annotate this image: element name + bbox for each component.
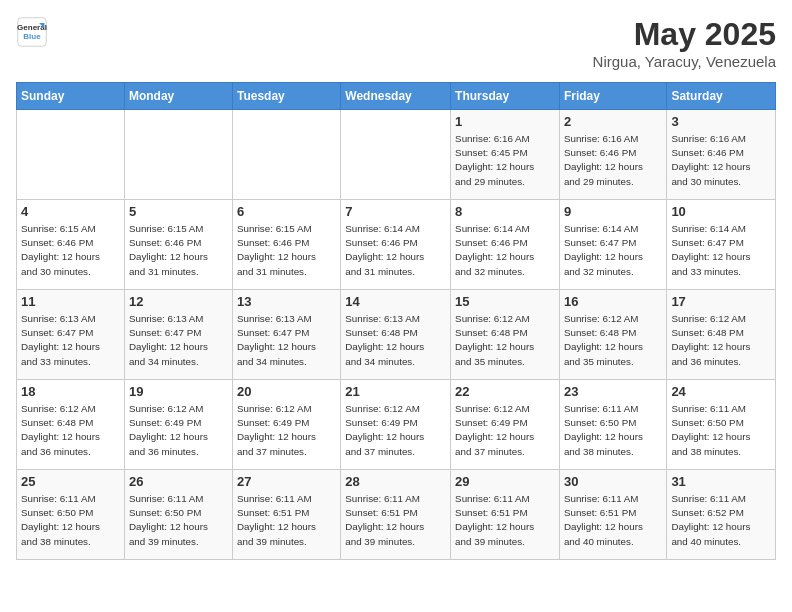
calendar-cell bbox=[232, 110, 340, 200]
day-info: Sunrise: 6:11 AM Sunset: 6:51 PM Dayligh… bbox=[345, 492, 446, 549]
weekday-header-sunday: Sunday bbox=[17, 83, 125, 110]
title-block: May 2025 Nirgua, Yaracuy, Venezuela bbox=[593, 16, 776, 70]
day-info: Sunrise: 6:15 AM Sunset: 6:46 PM Dayligh… bbox=[129, 222, 228, 279]
day-info: Sunrise: 6:13 AM Sunset: 6:48 PM Dayligh… bbox=[345, 312, 446, 369]
day-info: Sunrise: 6:14 AM Sunset: 6:46 PM Dayligh… bbox=[345, 222, 446, 279]
week-row-2: 4Sunrise: 6:15 AM Sunset: 6:46 PM Daylig… bbox=[17, 200, 776, 290]
calendar-cell: 17Sunrise: 6:12 AM Sunset: 6:48 PM Dayli… bbox=[667, 290, 776, 380]
calendar-table: SundayMondayTuesdayWednesdayThursdayFrid… bbox=[16, 82, 776, 560]
day-number: 23 bbox=[564, 384, 662, 399]
day-info: Sunrise: 6:11 AM Sunset: 6:50 PM Dayligh… bbox=[671, 402, 771, 459]
calendar-cell: 28Sunrise: 6:11 AM Sunset: 6:51 PM Dayli… bbox=[341, 470, 451, 560]
day-info: Sunrise: 6:12 AM Sunset: 6:48 PM Dayligh… bbox=[455, 312, 555, 369]
day-info: Sunrise: 6:12 AM Sunset: 6:49 PM Dayligh… bbox=[455, 402, 555, 459]
calendar-cell: 9Sunrise: 6:14 AM Sunset: 6:47 PM Daylig… bbox=[559, 200, 666, 290]
day-info: Sunrise: 6:14 AM Sunset: 6:47 PM Dayligh… bbox=[671, 222, 771, 279]
calendar-cell: 11Sunrise: 6:13 AM Sunset: 6:47 PM Dayli… bbox=[17, 290, 125, 380]
day-number: 30 bbox=[564, 474, 662, 489]
day-info: Sunrise: 6:12 AM Sunset: 6:48 PM Dayligh… bbox=[564, 312, 662, 369]
calendar-cell: 2Sunrise: 6:16 AM Sunset: 6:46 PM Daylig… bbox=[559, 110, 666, 200]
week-row-1: 1Sunrise: 6:16 AM Sunset: 6:45 PM Daylig… bbox=[17, 110, 776, 200]
calendar-cell: 4Sunrise: 6:15 AM Sunset: 6:46 PM Daylig… bbox=[17, 200, 125, 290]
day-info: Sunrise: 6:16 AM Sunset: 6:45 PM Dayligh… bbox=[455, 132, 555, 189]
logo-icon: General Blue bbox=[16, 16, 48, 48]
day-info: Sunrise: 6:11 AM Sunset: 6:51 PM Dayligh… bbox=[237, 492, 336, 549]
day-info: Sunrise: 6:15 AM Sunset: 6:46 PM Dayligh… bbox=[21, 222, 120, 279]
calendar-cell bbox=[124, 110, 232, 200]
day-number: 7 bbox=[345, 204, 446, 219]
day-number: 25 bbox=[21, 474, 120, 489]
calendar-cell: 20Sunrise: 6:12 AM Sunset: 6:49 PM Dayli… bbox=[232, 380, 340, 470]
calendar-cell: 7Sunrise: 6:14 AM Sunset: 6:46 PM Daylig… bbox=[341, 200, 451, 290]
day-number: 22 bbox=[455, 384, 555, 399]
calendar-cell: 15Sunrise: 6:12 AM Sunset: 6:48 PM Dayli… bbox=[451, 290, 560, 380]
calendar-cell: 14Sunrise: 6:13 AM Sunset: 6:48 PM Dayli… bbox=[341, 290, 451, 380]
weekday-header-tuesday: Tuesday bbox=[232, 83, 340, 110]
day-number: 18 bbox=[21, 384, 120, 399]
calendar-cell: 31Sunrise: 6:11 AM Sunset: 6:52 PM Dayli… bbox=[667, 470, 776, 560]
weekday-header-wednesday: Wednesday bbox=[341, 83, 451, 110]
day-number: 24 bbox=[671, 384, 771, 399]
calendar-cell: 10Sunrise: 6:14 AM Sunset: 6:47 PM Dayli… bbox=[667, 200, 776, 290]
calendar-cell: 12Sunrise: 6:13 AM Sunset: 6:47 PM Dayli… bbox=[124, 290, 232, 380]
day-info: Sunrise: 6:11 AM Sunset: 6:50 PM Dayligh… bbox=[129, 492, 228, 549]
day-info: Sunrise: 6:15 AM Sunset: 6:46 PM Dayligh… bbox=[237, 222, 336, 279]
calendar-cell: 25Sunrise: 6:11 AM Sunset: 6:50 PM Dayli… bbox=[17, 470, 125, 560]
day-info: Sunrise: 6:11 AM Sunset: 6:51 PM Dayligh… bbox=[564, 492, 662, 549]
day-info: Sunrise: 6:12 AM Sunset: 6:48 PM Dayligh… bbox=[671, 312, 771, 369]
day-number: 27 bbox=[237, 474, 336, 489]
day-number: 10 bbox=[671, 204, 771, 219]
day-number: 20 bbox=[237, 384, 336, 399]
day-number: 5 bbox=[129, 204, 228, 219]
day-number: 17 bbox=[671, 294, 771, 309]
weekday-header-thursday: Thursday bbox=[451, 83, 560, 110]
day-info: Sunrise: 6:14 AM Sunset: 6:46 PM Dayligh… bbox=[455, 222, 555, 279]
day-number: 2 bbox=[564, 114, 662, 129]
weekday-header-monday: Monday bbox=[124, 83, 232, 110]
day-number: 26 bbox=[129, 474, 228, 489]
day-number: 8 bbox=[455, 204, 555, 219]
calendar-cell: 8Sunrise: 6:14 AM Sunset: 6:46 PM Daylig… bbox=[451, 200, 560, 290]
week-row-5: 25Sunrise: 6:11 AM Sunset: 6:50 PM Dayli… bbox=[17, 470, 776, 560]
month-title: May 2025 bbox=[593, 16, 776, 53]
day-number: 11 bbox=[21, 294, 120, 309]
day-info: Sunrise: 6:13 AM Sunset: 6:47 PM Dayligh… bbox=[237, 312, 336, 369]
calendar-cell: 27Sunrise: 6:11 AM Sunset: 6:51 PM Dayli… bbox=[232, 470, 340, 560]
day-number: 19 bbox=[129, 384, 228, 399]
day-info: Sunrise: 6:13 AM Sunset: 6:47 PM Dayligh… bbox=[129, 312, 228, 369]
day-info: Sunrise: 6:11 AM Sunset: 6:50 PM Dayligh… bbox=[564, 402, 662, 459]
day-number: 28 bbox=[345, 474, 446, 489]
location-subtitle: Nirgua, Yaracuy, Venezuela bbox=[593, 53, 776, 70]
calendar-cell: 16Sunrise: 6:12 AM Sunset: 6:48 PM Dayli… bbox=[559, 290, 666, 380]
page-header: General Blue May 2025 Nirgua, Yaracuy, V… bbox=[16, 16, 776, 70]
day-info: Sunrise: 6:16 AM Sunset: 6:46 PM Dayligh… bbox=[564, 132, 662, 189]
calendar-cell: 30Sunrise: 6:11 AM Sunset: 6:51 PM Dayli… bbox=[559, 470, 666, 560]
day-info: Sunrise: 6:11 AM Sunset: 6:52 PM Dayligh… bbox=[671, 492, 771, 549]
logo: General Blue bbox=[16, 16, 52, 48]
week-row-4: 18Sunrise: 6:12 AM Sunset: 6:48 PM Dayli… bbox=[17, 380, 776, 470]
calendar-cell: 6Sunrise: 6:15 AM Sunset: 6:46 PM Daylig… bbox=[232, 200, 340, 290]
day-info: Sunrise: 6:12 AM Sunset: 6:48 PM Dayligh… bbox=[21, 402, 120, 459]
weekday-header-row: SundayMondayTuesdayWednesdayThursdayFrid… bbox=[17, 83, 776, 110]
day-info: Sunrise: 6:11 AM Sunset: 6:51 PM Dayligh… bbox=[455, 492, 555, 549]
day-number: 12 bbox=[129, 294, 228, 309]
day-number: 13 bbox=[237, 294, 336, 309]
calendar-cell: 23Sunrise: 6:11 AM Sunset: 6:50 PM Dayli… bbox=[559, 380, 666, 470]
day-info: Sunrise: 6:13 AM Sunset: 6:47 PM Dayligh… bbox=[21, 312, 120, 369]
day-number: 31 bbox=[671, 474, 771, 489]
day-number: 21 bbox=[345, 384, 446, 399]
day-number: 4 bbox=[21, 204, 120, 219]
calendar-cell bbox=[17, 110, 125, 200]
calendar-cell bbox=[341, 110, 451, 200]
day-info: Sunrise: 6:12 AM Sunset: 6:49 PM Dayligh… bbox=[345, 402, 446, 459]
calendar-cell: 18Sunrise: 6:12 AM Sunset: 6:48 PM Dayli… bbox=[17, 380, 125, 470]
day-info: Sunrise: 6:12 AM Sunset: 6:49 PM Dayligh… bbox=[129, 402, 228, 459]
calendar-cell: 24Sunrise: 6:11 AM Sunset: 6:50 PM Dayli… bbox=[667, 380, 776, 470]
day-number: 29 bbox=[455, 474, 555, 489]
calendar-cell: 21Sunrise: 6:12 AM Sunset: 6:49 PM Dayli… bbox=[341, 380, 451, 470]
calendar-cell: 26Sunrise: 6:11 AM Sunset: 6:50 PM Dayli… bbox=[124, 470, 232, 560]
day-number: 15 bbox=[455, 294, 555, 309]
svg-text:Blue: Blue bbox=[23, 32, 41, 41]
calendar-cell: 1Sunrise: 6:16 AM Sunset: 6:45 PM Daylig… bbox=[451, 110, 560, 200]
calendar-cell: 13Sunrise: 6:13 AM Sunset: 6:47 PM Dayli… bbox=[232, 290, 340, 380]
